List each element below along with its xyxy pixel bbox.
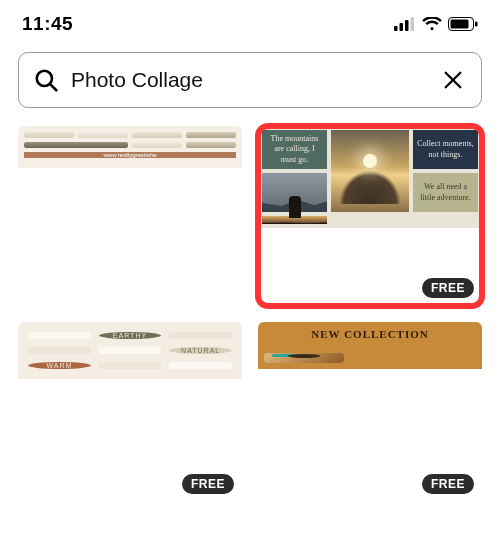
battery-icon bbox=[448, 17, 478, 31]
template-card-collection[interactable]: NEW COLLECTION FREE bbox=[258, 322, 482, 502]
search-box[interactable] bbox=[18, 52, 482, 108]
svg-rect-6 bbox=[475, 22, 478, 27]
status-bar: 11:45 bbox=[0, 0, 500, 44]
template-site-text: www.reallygrasitshe bbox=[24, 152, 236, 158]
svg-rect-2 bbox=[405, 20, 409, 31]
search-row bbox=[0, 44, 500, 112]
svg-rect-0 bbox=[394, 26, 398, 31]
svg-line-8 bbox=[50, 84, 56, 90]
quote-panel: We all need a little adventure. bbox=[413, 173, 478, 212]
close-icon bbox=[442, 69, 464, 91]
search-input[interactable] bbox=[71, 68, 427, 92]
template-grid: www.reallygrasitshe The mountains are ca… bbox=[0, 112, 500, 516]
svg-rect-1 bbox=[400, 23, 404, 31]
free-badge: FREE bbox=[182, 474, 234, 494]
photo-panel-hiker bbox=[262, 216, 327, 224]
template-card-mountains[interactable]: The mountains are calling, I must go. Co… bbox=[258, 126, 482, 306]
quote-panel: Collect moments, not things. bbox=[413, 130, 478, 169]
template-title: NEW COLLECTION bbox=[264, 328, 476, 348]
photo-main bbox=[264, 353, 344, 363]
quote-panel: The mountains are calling, I must go. bbox=[262, 130, 327, 169]
circle-label: WARM bbox=[28, 362, 91, 369]
circle-label: NATURAL bbox=[169, 347, 232, 354]
wifi-icon bbox=[422, 17, 442, 31]
circle-label: EARTHY bbox=[99, 332, 162, 339]
template-card-earthy[interactable]: EARTHY NATURAL WARM FREE bbox=[18, 322, 242, 502]
free-badge: FREE bbox=[422, 278, 474, 298]
status-time: 11:45 bbox=[22, 13, 73, 35]
photo-panel-sunrise bbox=[331, 130, 409, 212]
svg-rect-5 bbox=[451, 20, 469, 29]
cellular-icon bbox=[394, 17, 416, 31]
template-card-interior[interactable]: www.reallygrasitshe bbox=[18, 126, 242, 306]
search-icon bbox=[33, 67, 59, 93]
clear-search-button[interactable] bbox=[439, 66, 467, 94]
free-badge: FREE bbox=[422, 474, 474, 494]
svg-rect-3 bbox=[411, 17, 415, 31]
status-icons bbox=[394, 17, 478, 31]
